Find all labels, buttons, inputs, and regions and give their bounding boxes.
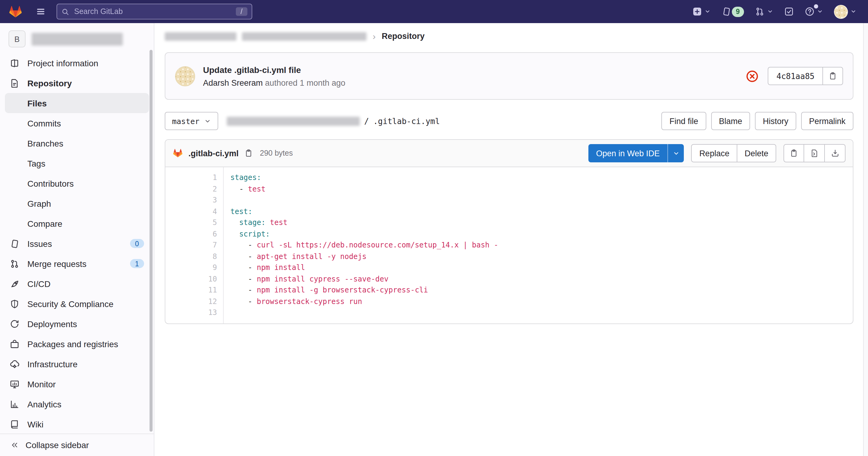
line-number-7[interactable]: 7 bbox=[165, 240, 223, 251]
line-number-12[interactable]: 12 bbox=[165, 296, 223, 307]
code-line-9: - npm install bbox=[223, 262, 305, 273]
file-utility-group bbox=[783, 144, 845, 162]
sidebar-item-compare[interactable]: Compare bbox=[5, 213, 149, 234]
sidebar-item-infrastructure[interactable]: Infrastructure bbox=[5, 354, 149, 374]
sidebar-item-merge-requests[interactable]: Merge requests1 bbox=[5, 253, 149, 274]
line-number-11[interactable]: 11 bbox=[165, 284, 223, 296]
sidebar-item-repository[interactable]: Repository bbox=[5, 73, 149, 93]
blame-button[interactable]: Blame bbox=[711, 112, 750, 130]
sidebar-item-ci-cd[interactable]: CI/CD bbox=[5, 274, 149, 294]
web-ide-dropdown-button[interactable] bbox=[668, 144, 684, 162]
path-file-name[interactable]: .gitlab-ci.yml bbox=[373, 116, 440, 126]
badge-issues: 0 bbox=[130, 239, 144, 248]
file-viewer-card: .gitlab-ci.yml 290 bytes Open in Web IDE… bbox=[165, 139, 854, 324]
copy-file-path-icon[interactable] bbox=[244, 149, 253, 157]
breadcrumb-project-redacted[interactable] bbox=[242, 32, 367, 40]
menu-button[interactable] bbox=[33, 4, 49, 19]
sidebar-item-label: Files bbox=[27, 98, 47, 108]
sidebar-item-project-information[interactable]: Project information bbox=[5, 53, 149, 73]
open-raw-button[interactable] bbox=[804, 144, 825, 162]
sidebar-item-analytics[interactable]: Analytics bbox=[5, 394, 149, 414]
sidebar-item-label: Commits bbox=[27, 118, 61, 128]
sidebar-item-label: Compare bbox=[27, 219, 62, 228]
gitlab-logo-icon[interactable] bbox=[8, 5, 23, 18]
find-file-button[interactable]: Find file bbox=[662, 112, 706, 130]
open-web-ide-button[interactable]: Open in Web IDE bbox=[588, 144, 668, 162]
line-number-8[interactable]: 8 bbox=[165, 251, 223, 262]
copy-sha-button[interactable] bbox=[823, 67, 843, 85]
merge-request-icon bbox=[755, 7, 765, 17]
commit-author-avatar[interactable] bbox=[175, 66, 195, 86]
sidebar-item-branches[interactable]: Branches bbox=[5, 133, 149, 153]
permalink-button[interactable]: Permalink bbox=[801, 112, 854, 130]
plus-square-icon bbox=[692, 7, 702, 17]
book-icon bbox=[10, 419, 20, 429]
sidebar-item-packages-and-registries[interactable]: Packages and registries bbox=[5, 334, 149, 354]
code-viewer: 1stages:2 - test34test:5 stage: test6 sc… bbox=[165, 167, 853, 323]
issues-count-button[interactable]: 9 bbox=[718, 4, 747, 19]
line-number-9[interactable]: 9 bbox=[165, 262, 223, 273]
search-box[interactable]: / bbox=[57, 4, 252, 20]
branch-selector[interactable]: master bbox=[165, 112, 218, 130]
line-number-1[interactable]: 1 bbox=[165, 172, 223, 183]
code-row: 5 stage: test bbox=[165, 217, 853, 228]
main-content: › Repository Update .gitlab-ci.yml file … bbox=[155, 23, 863, 456]
sidebar-scrollbar-thumb[interactable] bbox=[150, 50, 153, 432]
line-number-6[interactable]: 6 bbox=[165, 228, 223, 240]
code-row: 13 bbox=[165, 307, 853, 318]
sidebar-item-label: Contributors bbox=[27, 178, 74, 188]
sidebar-item-label: Merge requests bbox=[27, 259, 87, 268]
replace-button[interactable]: Replace bbox=[691, 144, 737, 162]
sidebar-item-security-compliance[interactable]: Security & Compliance bbox=[5, 294, 149, 314]
project-switcher[interactable]: B bbox=[0, 23, 154, 53]
new-menu-button[interactable] bbox=[689, 4, 713, 19]
sidebar-item-wiki[interactable]: Wiki bbox=[5, 414, 149, 434]
code-row: 6 script: bbox=[165, 228, 853, 240]
line-number-5[interactable]: 5 bbox=[165, 217, 223, 228]
sidebar-item-label: Monitor bbox=[27, 379, 56, 389]
collapse-sidebar-button[interactable]: Collapse sidebar bbox=[0, 433, 154, 456]
merge-request-icon bbox=[10, 259, 20, 268]
todos-button[interactable] bbox=[781, 4, 797, 19]
sidebar-item-commits[interactable]: Commits bbox=[5, 113, 149, 133]
help-menu-button[interactable] bbox=[802, 4, 826, 19]
search-input[interactable] bbox=[73, 7, 236, 17]
commit-author-link[interactable]: Adarsh Sreeram bbox=[203, 78, 263, 87]
merge-requests-menu-button[interactable] bbox=[752, 4, 776, 19]
sidebar-item-contributors[interactable]: Contributors bbox=[5, 173, 149, 193]
branch-name: master bbox=[172, 116, 199, 126]
chart-icon bbox=[10, 399, 20, 409]
page-scrollbar-track[interactable] bbox=[863, 23, 868, 456]
sidebar-item-issues[interactable]: Issues0 bbox=[5, 234, 149, 253]
project-info-icon bbox=[10, 58, 20, 68]
delete-button[interactable]: Delete bbox=[737, 144, 776, 162]
clipboard-icon bbox=[829, 72, 837, 80]
user-avatar bbox=[834, 5, 848, 19]
repo-path-redacted[interactable] bbox=[227, 116, 360, 126]
sidebar-item-deployments[interactable]: Deployments bbox=[5, 314, 149, 334]
sidebar-item-graph[interactable]: Graph bbox=[5, 193, 149, 213]
code-line-8: - apt-get install -y nodejs bbox=[223, 251, 367, 262]
line-number-13[interactable]: 13 bbox=[165, 307, 223, 318]
sidebar-item-tags[interactable]: Tags bbox=[5, 153, 149, 173]
line-number-10[interactable]: 10 bbox=[165, 273, 223, 284]
raw-file-icon bbox=[810, 149, 818, 157]
commit-title-link[interactable]: Update .gitlab-ci.yml file bbox=[203, 65, 345, 74]
line-number-3[interactable]: 3 bbox=[165, 194, 223, 206]
history-button[interactable]: History bbox=[755, 112, 796, 130]
commit-right-group: 4c81aa85 bbox=[746, 67, 843, 85]
package-icon bbox=[10, 339, 20, 349]
download-button[interactable] bbox=[825, 144, 845, 162]
sidebar-item-label: Analytics bbox=[27, 399, 61, 409]
search-shortcut-key: / bbox=[236, 7, 247, 16]
copy-contents-button[interactable] bbox=[783, 144, 804, 162]
file-size: 290 bytes bbox=[260, 149, 293, 157]
line-number-2[interactable]: 2 bbox=[165, 183, 223, 194]
breadcrumb-group-redacted[interactable] bbox=[165, 32, 237, 40]
yml-file-tanuki-icon bbox=[173, 148, 183, 158]
sidebar-item-files[interactable]: Files bbox=[5, 93, 149, 113]
line-number-4[interactable]: 4 bbox=[165, 206, 223, 217]
pipeline-failed-icon[interactable] bbox=[746, 70, 759, 82]
user-menu-button[interactable] bbox=[831, 2, 860, 21]
sidebar-item-monitor[interactable]: Monitor bbox=[5, 374, 149, 394]
